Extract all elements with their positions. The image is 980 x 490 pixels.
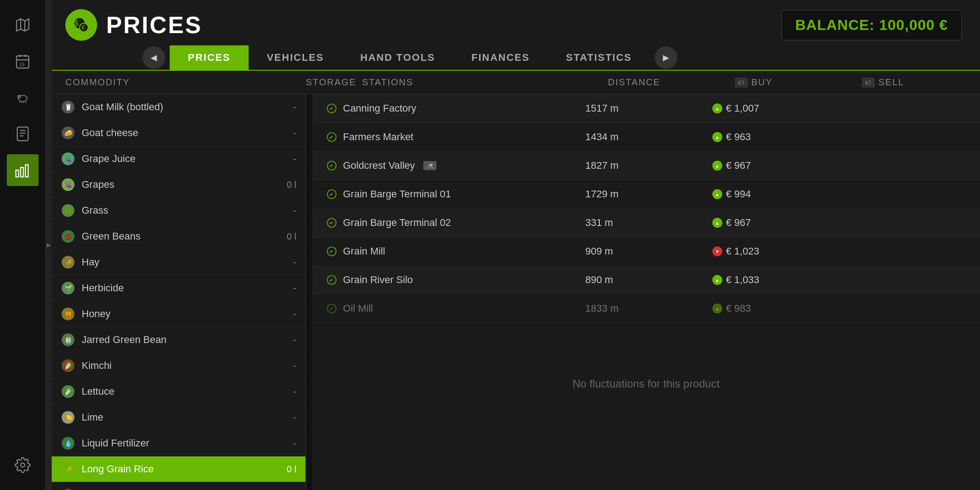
commodity-icon: 🍇 (61, 177, 75, 192)
commodity-icon: 🌱 (61, 281, 75, 295)
sidebar-item-livestock[interactable] (7, 82, 39, 113)
list-item[interactable]: 💩 Manure - (52, 482, 305, 490)
svg-line-12 (25, 102, 26, 103)
tab-prices[interactable]: PRICES (170, 45, 249, 70)
station-distance: 1827 m (585, 160, 712, 172)
prices-logo-icon: $ € (65, 9, 97, 41)
station-sell-price: € 994 (712, 188, 839, 200)
commodity-storage: 0 l (278, 464, 296, 475)
list-item[interactable]: 🥛 Goat Milk (bottled) - (52, 94, 305, 120)
list-item[interactable]: 🍇 Grapes 0 l (52, 172, 305, 198)
list-item[interactable]: 🧀 Goat cheese - (52, 120, 305, 146)
table-row[interactable]: Grain Barge Terminal 02 331 m € 967 (312, 209, 980, 237)
list-item[interactable]: 🌾 Long Grain Rice 0 l (52, 456, 305, 482)
sidebar-expand-arrow[interactable]: ▶ (45, 0, 52, 490)
commodity-storage: - (278, 154, 296, 164)
tab-statistics[interactable]: STATISTICS (548, 45, 650, 70)
balance-label: BALANCE: (795, 17, 875, 33)
commodity-name: Grapes (82, 179, 272, 191)
commodity-icon: 🥬 (61, 384, 75, 399)
commodity-name: Grape Juice (82, 153, 272, 165)
commodity-storage: - (278, 412, 296, 423)
sidebar: 15 (0, 0, 45, 490)
table-row[interactable]: Grain Barge Terminal 01 1729 m € 994 (312, 180, 980, 209)
station-sell-price: € 1,033 (712, 274, 839, 286)
col-header-storage: STORAGE (306, 71, 342, 94)
commodity-icon: 🌿 (61, 203, 75, 218)
commodity-storage: - (278, 128, 296, 138)
nav-tabs: ◀ PRICES VEHICLES HAND TOOLS FINANCES ST… (52, 45, 980, 71)
price-trend-up-icon (712, 275, 722, 285)
station-sell-price: € 1,023 (712, 245, 839, 257)
nav-next-button[interactable]: ▶ (655, 46, 677, 69)
list-item[interactable]: 🌿 Grass - (52, 198, 305, 224)
commodity-icon: 💩 (61, 488, 75, 490)
balance-display: BALANCE: 100,000 € (781, 10, 962, 40)
table-row[interactable]: Canning Factory 1517 m € 1,007 (312, 94, 980, 123)
commodity-icon: 🥬 (61, 358, 75, 373)
sidebar-item-contracts[interactable] (7, 118, 39, 150)
station-sell-price: € 967 (712, 217, 839, 229)
commodity-name: Lettuce (82, 386, 272, 397)
price-trend-up-icon (712, 132, 722, 142)
svg-line-9 (20, 102, 20, 103)
main-content: $ € PRICES BALANCE: 100,000 € ◀ PRICES V… (52, 0, 980, 490)
commodity-storage: - (278, 361, 296, 371)
commodity-storage: - (278, 309, 296, 319)
station-sell-price: € 967 (712, 160, 839, 172)
list-item[interactable]: 🌾 Hay - (52, 250, 305, 275)
sidebar-item-settings[interactable] (7, 449, 39, 481)
list-item[interactable]: 🥬 Kimchi - (52, 353, 305, 379)
commodity-icon: 🍇 (61, 152, 75, 166)
commodity-name: Grass (82, 205, 272, 216)
svg-rect-18 (20, 167, 23, 177)
commodity-name: Jarred Green Bean (82, 334, 272, 346)
col-header-distance: DISTANCE (599, 71, 726, 94)
price-trend-up-icon (712, 304, 722, 314)
sidebar-item-prices[interactable] (7, 154, 39, 186)
station-sell-price: € 1,007 (712, 103, 839, 114)
commodity-icon: 🍯 (61, 307, 75, 321)
table-row[interactable]: Farmers Market 1434 m € 963 (312, 123, 980, 152)
station-distance: 1434 m (585, 131, 712, 143)
list-item[interactable]: 🫘 Green Beans 0 l (52, 224, 305, 250)
commodity-name: Goat Milk (bottled) (82, 101, 272, 113)
header: $ € PRICES BALANCE: 100,000 € (52, 0, 980, 45)
list-item[interactable]: 🍯 Honey - (52, 301, 305, 327)
col-header-buy: 🏷 BUY (726, 71, 853, 94)
scrollbar-divider (306, 94, 312, 490)
tab-vehicles[interactable]: VEHICLES (249, 45, 342, 70)
station-distance: 1729 m (585, 188, 712, 200)
table-row[interactable]: Grain River Silo 890 m € 1,033 (312, 266, 980, 294)
list-item[interactable]: 🍋 Lime - (52, 405, 305, 431)
col-header-commodity: COMMODITY (52, 71, 306, 94)
sidebar-item-map[interactable] (7, 9, 39, 41)
table-row[interactable]: Oil Mill 1833 m € 983 (312, 294, 980, 323)
svg-rect-13 (17, 127, 28, 141)
commodity-storage: - (278, 102, 296, 113)
station-sell-price: € 963 (712, 131, 839, 143)
list-item[interactable]: 🥬 Lettuce - (52, 379, 305, 405)
station-distance: 331 m (585, 217, 712, 229)
list-item[interactable]: 🍇 Grape Juice - (52, 146, 305, 172)
tab-hand-tools[interactable]: HAND TOOLS (342, 45, 453, 70)
commodity-icon: 💧 (61, 436, 75, 451)
tab-finances[interactable]: FINANCES (453, 45, 548, 70)
station-name: Grain Barge Terminal 02 (326, 217, 585, 229)
sidebar-item-calendar[interactable]: 15 (7, 45, 39, 77)
svg-point-20 (20, 463, 24, 467)
table-row[interactable]: Goldcrest Valley 🚜 1827 m € 967 (312, 152, 980, 180)
list-item[interactable]: 🫙 Jarred Green Bean - (52, 327, 305, 353)
list-item[interactable]: 🌱 Herbicide - (52, 275, 305, 301)
table-row[interactable]: Grain Mill 909 m € 1,023 (312, 237, 980, 266)
nav-prev-button[interactable]: ◀ (142, 46, 165, 69)
right-panel: Canning Factory 1517 m € 1,007 Far (312, 94, 980, 490)
commodity-storage: - (278, 257, 296, 268)
list-item[interactable]: 💧 Liquid Fertilizer - (52, 431, 305, 456)
station-name: Grain River Silo (326, 274, 585, 286)
svg-text:15: 15 (19, 62, 24, 67)
price-trend-up-icon (712, 161, 722, 171)
commodity-name: Liquid Fertilizer (82, 437, 272, 449)
svg-rect-19 (25, 165, 28, 177)
svg-text:$: $ (74, 19, 79, 28)
